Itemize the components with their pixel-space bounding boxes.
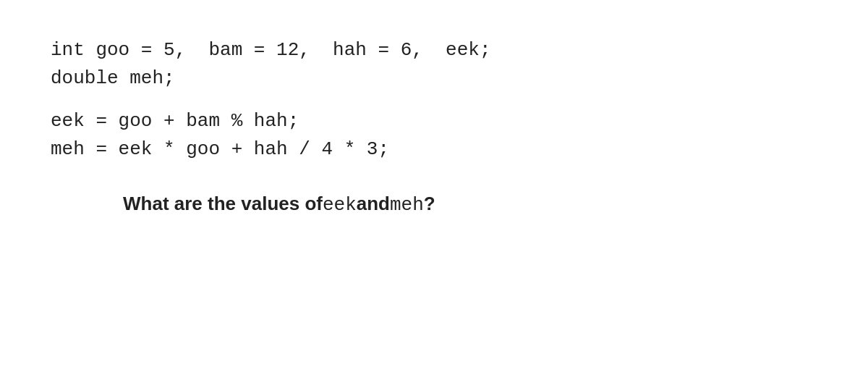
- question-var2: meh: [390, 194, 424, 216]
- code-line-3: eek = goo + bam % hah;: [51, 107, 817, 135]
- question-var1: eek: [323, 194, 357, 216]
- code-line-1: int goo = 5, bam = 12, hah = 6, eek;: [51, 36, 817, 64]
- question-suffix: ?: [424, 193, 435, 215]
- question-prefix: What are the values of: [123, 193, 323, 215]
- question-area: What are the values of eek and meh ?: [51, 193, 817, 216]
- main-content: int goo = 5, bam = 12, hah = 6, eek; dou…: [0, 0, 868, 252]
- code-line-4: meh = eek * goo + hah / 4 * 3;: [51, 135, 817, 164]
- code-block: int goo = 5, bam = 12, hah = 6, eek; dou…: [51, 36, 817, 164]
- code-spacer-1: [51, 93, 817, 107]
- question-middle: and: [357, 193, 390, 215]
- code-line-2: double meh;: [51, 64, 817, 93]
